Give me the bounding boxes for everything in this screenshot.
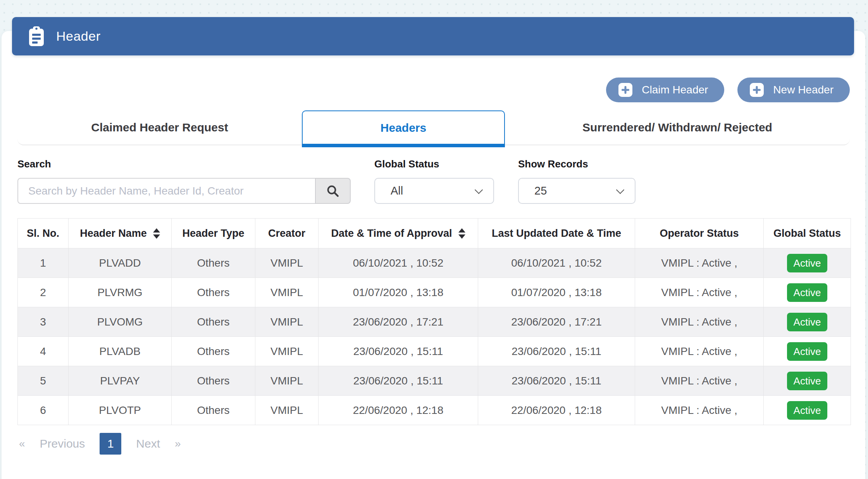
cell-operator-status: VMIPL : Active , [635, 337, 764, 366]
pagination-next[interactable]: Next [136, 437, 160, 450]
column-operator-status: Operator Status [635, 219, 764, 248]
new-header-label: New Header [773, 84, 834, 96]
new-header-button[interactable]: New Header [737, 78, 850, 102]
cell-global-status: Active [764, 307, 851, 337]
cell-global-status: Active [764, 396, 851, 425]
cell-date-approval: 01/07/2020 , 13:18 [319, 278, 478, 307]
cell-last-updated: 22/06/2020 , 12:18 [478, 396, 635, 425]
table-row: 3 PLVOMG Others VMIPL 23/06/2020 , 17:21… [18, 307, 851, 337]
page-title: Header [56, 29, 101, 44]
cell-creator: VMIPL [255, 307, 319, 337]
cell-creator: VMIPL [255, 396, 319, 425]
cell-creator: VMIPL [255, 366, 319, 396]
pagination-last[interactable]: » [175, 438, 181, 450]
cell-global-status: Active [764, 248, 851, 278]
cell-header-name: PLVRMG [69, 278, 172, 307]
cell-last-updated: 23/06/2020 , 15:11 [478, 366, 635, 396]
tab-claimed-header-request[interactable]: Claimed Header Request [17, 110, 302, 145]
search-label: Search [17, 158, 351, 170]
column-header-type: Header Type [172, 219, 255, 248]
show-records-filter: Show Records 25 [518, 158, 636, 204]
search-group: Search [17, 158, 351, 204]
cell-global-status: Active [764, 278, 851, 307]
cell-date-approval: 23/06/2020 , 15:11 [319, 366, 478, 396]
cell-header-type: Others [172, 337, 255, 366]
claim-header-label: Claim Header [642, 84, 708, 96]
cell-header-type: Others [172, 307, 255, 337]
cell-last-updated: 23/06/2020 , 15:11 [478, 337, 635, 366]
cell-last-updated: 01/07/2020 , 13:18 [478, 278, 635, 307]
cell-date-approval: 22/06/2020 , 12:18 [319, 396, 478, 425]
cell-operator-status: VMIPL : Active , [635, 307, 764, 337]
column-date-approval[interactable]: Date & Time of Approval [319, 219, 478, 248]
cell-header-type: Others [172, 396, 255, 425]
table-row: 2 PLVRMG Others VMIPL 01/07/2020 , 13:18… [18, 278, 851, 307]
headers-table: Sl. No. Header Name Header Type Creator … [17, 218, 851, 425]
column-last-updated: Last Updated Date & Time [478, 219, 635, 248]
cell-sl-no: 1 [18, 248, 69, 278]
table-row: 6 PLVOTP Others VMIPL 22/06/2020 , 12:18… [18, 396, 851, 425]
column-creator: Creator [255, 219, 319, 248]
tab-label: Claimed Header Request [91, 121, 228, 134]
cell-sl-no: 4 [18, 337, 69, 366]
show-records-select[interactable]: 25 [518, 178, 636, 204]
sort-icon[interactable] [458, 228, 465, 239]
cell-header-type: Others [172, 366, 255, 396]
tab-label: Surrendered/ Withdrawn/ Rejected [582, 121, 772, 134]
cell-header-name: PLVADB [69, 337, 172, 366]
global-status-select[interactable]: All [374, 178, 494, 204]
magnifier-icon [326, 184, 340, 198]
cell-sl-no: 5 [18, 366, 69, 396]
cell-operator-status: VMIPL : Active , [635, 396, 764, 425]
chevron-down-icon [475, 186, 483, 194]
page-title-bar: Header [12, 17, 854, 55]
cell-header-name: PLVPAY [69, 366, 172, 396]
cell-header-type: Others [172, 278, 255, 307]
cell-creator: VMIPL [255, 337, 319, 366]
status-badge: Active [787, 283, 828, 302]
cell-sl-no: 6 [18, 396, 69, 425]
column-global-status: Global Status [764, 219, 851, 248]
status-badge: Active [787, 313, 828, 331]
table-header-row: Sl. No. Header Name Header Type Creator … [18, 219, 851, 248]
tab-label: Headers [381, 121, 426, 134]
cell-date-approval: 06/10/2021 , 10:52 [319, 248, 478, 278]
chevron-down-icon [616, 186, 624, 194]
cell-sl-no: 3 [18, 307, 69, 337]
claim-header-button[interactable]: Claim Header [606, 78, 724, 102]
plus-icon [750, 83, 764, 97]
cell-operator-status: VMIPL : Active , [635, 248, 764, 278]
pagination-previous[interactable]: Previous [40, 437, 85, 450]
table-row: 1 PLVADD Others VMIPL 06/10/2021 , 10:52… [18, 248, 851, 278]
global-status-filter: Global Status All [374, 158, 494, 204]
status-badge: Active [787, 401, 828, 420]
show-records-label: Show Records [518, 158, 636, 170]
cell-header-name: PLVADD [69, 248, 172, 278]
pagination-first[interactable]: « [19, 438, 25, 450]
table-row: 4 PLVADB Others VMIPL 23/06/2020 , 15:11… [18, 337, 851, 366]
search-button[interactable] [315, 178, 351, 204]
plus-icon [618, 83, 632, 97]
cell-header-type: Others [172, 248, 255, 278]
tab-surrendered-withdrawn-rejected[interactable]: Surrendered/ Withdrawn/ Rejected [505, 110, 850, 145]
header-actions: Claim Header New Header [606, 78, 850, 102]
cell-operator-status: VMIPL : Active , [635, 278, 764, 307]
cell-last-updated: 06/10/2021 , 10:52 [478, 248, 635, 278]
table-row: 5 PLVPAY Others VMIPL 23/06/2020 , 15:11… [18, 366, 851, 396]
cell-date-approval: 23/06/2020 , 15:11 [319, 337, 478, 366]
tab-bar: Claimed Header Request Headers Surrender… [17, 110, 850, 145]
column-header-name[interactable]: Header Name [69, 219, 172, 248]
cell-header-name: PLVOMG [69, 307, 172, 337]
pagination: « Previous 1 Next » [19, 433, 181, 455]
show-records-value: 25 [534, 184, 547, 197]
cell-global-status: Active [764, 337, 851, 366]
cell-creator: VMIPL [255, 278, 319, 307]
search-input[interactable] [17, 178, 316, 204]
sort-icon[interactable] [153, 228, 160, 239]
card-content-layer: Claim Header New Header Claimed Header R… [2, 31, 865, 479]
pagination-page-1[interactable]: 1 [100, 433, 121, 455]
tab-headers[interactable]: Headers [302, 110, 505, 145]
column-sl-no: Sl. No. [18, 219, 69, 248]
cell-date-approval: 23/06/2020 , 17:21 [319, 307, 478, 337]
status-badge: Active [787, 342, 828, 361]
